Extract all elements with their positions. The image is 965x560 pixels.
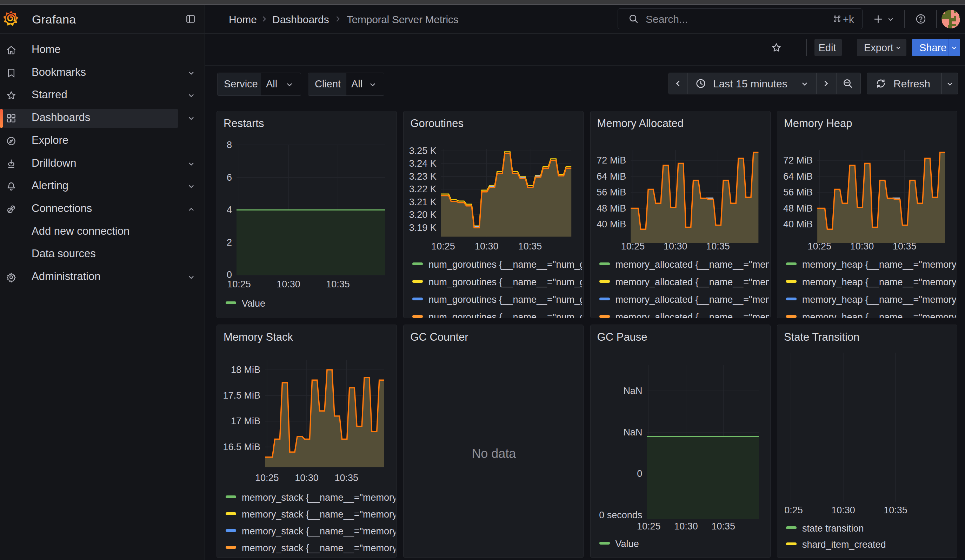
svg-text:10:25: 10:25 (227, 279, 251, 289)
svg-text:17.5 MiB: 17.5 MiB (223, 390, 260, 401)
svg-text:0: 0 (637, 469, 642, 479)
svg-text:3.24 K: 3.24 K (409, 158, 436, 169)
svg-text:10:25: 10:25 (637, 521, 661, 532)
svg-text:40 MiB: 40 MiB (783, 219, 813, 230)
svg-text:10:25: 10:25 (779, 505, 803, 516)
svg-text:NaN: NaN (623, 427, 642, 438)
svg-text:48 MiB: 48 MiB (783, 203, 813, 213)
svg-text:10:30: 10:30 (850, 241, 874, 251)
svg-text:10:30: 10:30 (295, 473, 319, 483)
svg-text:10:35: 10:35 (893, 241, 917, 251)
svg-text:3.23 K: 3.23 K (409, 171, 436, 181)
svg-text:10:35: 10:35 (334, 473, 358, 483)
svg-text:10:30: 10:30 (276, 279, 300, 289)
svg-text:72 MiB: 72 MiB (597, 155, 626, 166)
svg-text:56 MiB: 56 MiB (783, 187, 813, 198)
svg-text:10:35: 10:35 (518, 241, 542, 251)
svg-text:3.20 K: 3.20 K (409, 209, 436, 220)
svg-text:10:30: 10:30 (664, 241, 687, 251)
svg-text:10:25: 10:25 (255, 473, 279, 483)
svg-text:72 MiB: 72 MiB (783, 155, 813, 166)
svg-text:6: 6 (226, 172, 232, 183)
svg-text:10:25: 10:25 (621, 241, 645, 251)
svg-text:10:35: 10:35 (706, 241, 730, 251)
svg-text:40 MiB: 40 MiB (597, 219, 626, 230)
svg-text:10:25: 10:25 (431, 241, 455, 251)
svg-text:0 seconds: 0 seconds (599, 510, 642, 520)
svg-text:10:35: 10:35 (326, 279, 350, 289)
svg-text:8: 8 (226, 140, 232, 150)
svg-text:64 MiB: 64 MiB (597, 171, 626, 181)
svg-text:17 MiB: 17 MiB (231, 416, 260, 426)
svg-text:3.25 K: 3.25 K (409, 145, 436, 156)
svg-text:16.5 MiB: 16.5 MiB (223, 441, 260, 452)
svg-text:2: 2 (226, 237, 232, 247)
svg-text:NaN: NaN (623, 385, 642, 396)
svg-text:3.19 K: 3.19 K (409, 222, 436, 233)
svg-text:48 MiB: 48 MiB (597, 203, 626, 213)
svg-text:10:30: 10:30 (832, 505, 855, 516)
svg-text:0: 0 (226, 269, 232, 280)
svg-text:10:30: 10:30 (674, 521, 698, 532)
svg-text:10:30: 10:30 (475, 241, 499, 251)
svg-text:4: 4 (226, 204, 232, 215)
svg-text:10:35: 10:35 (711, 521, 736, 532)
svg-text:64 MiB: 64 MiB (783, 171, 813, 181)
svg-text:10:25: 10:25 (808, 241, 832, 251)
svg-text:18 MiB: 18 MiB (231, 364, 260, 375)
svg-text:3.22 K: 3.22 K (409, 184, 436, 194)
svg-text:56 MiB: 56 MiB (597, 187, 626, 198)
svg-text:3.21 K: 3.21 K (409, 196, 436, 207)
svg-text:10:35: 10:35 (884, 505, 908, 516)
